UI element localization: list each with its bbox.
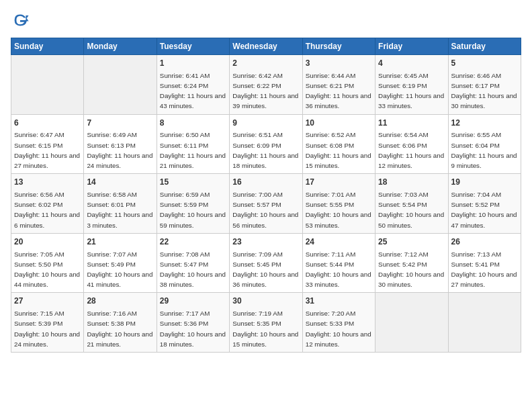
day-number: 23: [232, 236, 299, 248]
calendar-cell: 28Sunrise: 7:16 AMSunset: 5:38 PMDayligh…: [84, 293, 157, 353]
day-info: Sunrise: 7:16 AMSunset: 5:38 PMDaylight:…: [87, 310, 152, 348]
day-info: Sunrise: 6:44 AMSunset: 6:21 PMDaylight:…: [306, 72, 371, 110]
calendar-cell: 1Sunrise: 6:41 AMSunset: 6:24 PMDaylight…: [157, 55, 229, 115]
calendar-cell: 30Sunrise: 7:19 AMSunset: 5:35 PMDayligh…: [230, 293, 302, 353]
day-number: 10: [306, 118, 372, 129]
day-number: 14: [87, 177, 153, 188]
day-info: Sunrise: 7:04 AMSunset: 5:52 PMDaylight:…: [451, 191, 517, 229]
calendar-cell: 2Sunrise: 6:42 AMSunset: 6:22 PMDaylight…: [230, 55, 302, 115]
day-info: Sunrise: 7:07 AMSunset: 5:49 PMDaylight:…: [87, 250, 152, 289]
day-info: Sunrise: 7:12 AMSunset: 5:42 PMDaylight:…: [378, 250, 444, 289]
page-header: [11, 11, 521, 30]
day-info: Sunrise: 7:00 AMSunset: 5:57 PMDaylight:…: [232, 191, 298, 229]
calendar-cell: 3Sunrise: 6:44 AMSunset: 6:21 PMDaylight…: [302, 55, 375, 115]
day-info: Sunrise: 7:13 AMSunset: 5:41 PMDaylight:…: [451, 250, 517, 289]
logo: [11, 11, 32, 30]
calendar-cell: 14Sunrise: 6:58 AMSunset: 6:01 PMDayligh…: [84, 174, 157, 234]
day-number: 4: [378, 58, 445, 69]
calendar-cell: 29Sunrise: 7:17 AMSunset: 5:36 PMDayligh…: [157, 293, 229, 353]
day-number: 22: [160, 236, 226, 248]
day-number: 19: [451, 177, 518, 188]
calendar-cell: [375, 293, 448, 353]
calendar-week-5: 27Sunrise: 7:15 AMSunset: 5:39 PMDayligh…: [11, 293, 521, 353]
day-number: 28: [87, 295, 153, 307]
calendar-cell: 5Sunrise: 6:46 AMSunset: 6:17 PMDaylight…: [448, 55, 521, 115]
calendar-table: SundayMondayTuesdayWednesdayThursdayFrid…: [11, 38, 521, 353]
calendar-cell: [11, 55, 84, 115]
calendar-cell: 25Sunrise: 7:12 AMSunset: 5:42 PMDayligh…: [375, 233, 448, 293]
calendar-cell: 12Sunrise: 6:55 AMSunset: 6:04 PMDayligh…: [448, 114, 521, 174]
calendar-cell: 19Sunrise: 7:04 AMSunset: 5:52 PMDayligh…: [448, 174, 521, 234]
calendar-week-1: 1Sunrise: 6:41 AMSunset: 6:24 PMDaylight…: [11, 55, 521, 115]
calendar-cell: 24Sunrise: 7:11 AMSunset: 5:44 PMDayligh…: [302, 233, 375, 293]
day-number: 2: [232, 58, 299, 69]
day-number: 16: [232, 177, 299, 188]
calendar-cell: 23Sunrise: 7:09 AMSunset: 5:45 PMDayligh…: [230, 233, 302, 293]
day-info: Sunrise: 6:54 AMSunset: 6:06 PMDaylight:…: [378, 131, 444, 169]
day-number: 17: [306, 177, 372, 188]
day-info: Sunrise: 7:20 AMSunset: 5:33 PMDaylight:…: [306, 310, 371, 348]
weekday-monday: Monday: [84, 38, 157, 55]
day-number: 13: [14, 177, 81, 188]
calendar-cell: 4Sunrise: 6:45 AMSunset: 6:19 PMDaylight…: [375, 55, 448, 115]
day-info: Sunrise: 7:19 AMSunset: 5:35 PMDaylight:…: [232, 310, 298, 348]
day-info: Sunrise: 6:59 AMSunset: 5:59 PMDaylight:…: [160, 191, 226, 229]
day-info: Sunrise: 6:50 AMSunset: 6:11 PMDaylight:…: [160, 131, 226, 169]
calendar-cell: 26Sunrise: 7:13 AMSunset: 5:41 PMDayligh…: [448, 233, 521, 293]
calendar-cell: 18Sunrise: 7:03 AMSunset: 5:54 PMDayligh…: [375, 174, 448, 234]
calendar-cell: 17Sunrise: 7:01 AMSunset: 5:55 PMDayligh…: [302, 174, 375, 234]
day-info: Sunrise: 7:01 AMSunset: 5:55 PMDaylight:…: [306, 191, 371, 229]
calendar-cell: 9Sunrise: 6:51 AMSunset: 6:09 PMDaylight…: [230, 114, 302, 174]
calendar-body: 1Sunrise: 6:41 AMSunset: 6:24 PMDaylight…: [11, 55, 521, 353]
day-info: Sunrise: 6:58 AMSunset: 6:01 PMDaylight:…: [87, 191, 152, 229]
calendar-cell: 22Sunrise: 7:08 AMSunset: 5:47 PMDayligh…: [157, 233, 229, 293]
day-info: Sunrise: 6:56 AMSunset: 6:02 PMDaylight:…: [14, 191, 80, 229]
day-info: Sunrise: 6:42 AMSunset: 6:22 PMDaylight:…: [232, 72, 298, 110]
calendar-cell: 8Sunrise: 6:50 AMSunset: 6:11 PMDaylight…: [157, 114, 229, 174]
day-info: Sunrise: 6:45 AMSunset: 6:19 PMDaylight:…: [378, 72, 444, 110]
day-number: 1: [160, 58, 226, 69]
day-info: Sunrise: 7:15 AMSunset: 5:39 PMDaylight:…: [14, 310, 80, 348]
calendar-cell: 27Sunrise: 7:15 AMSunset: 5:39 PMDayligh…: [11, 293, 84, 353]
day-info: Sunrise: 6:55 AMSunset: 6:04 PMDaylight:…: [451, 131, 517, 169]
weekday-header-row: SundayMondayTuesdayWednesdayThursdayFrid…: [11, 38, 521, 55]
calendar-cell: 7Sunrise: 6:49 AMSunset: 6:13 PMDaylight…: [84, 114, 157, 174]
day-number: 11: [378, 118, 445, 129]
calendar-week-4: 20Sunrise: 7:05 AMSunset: 5:50 PMDayligh…: [11, 233, 521, 293]
day-number: 7: [87, 118, 153, 129]
day-number: 6: [14, 118, 81, 129]
day-number: 25: [378, 236, 445, 248]
day-info: Sunrise: 6:51 AMSunset: 6:09 PMDaylight:…: [232, 131, 298, 169]
day-number: 31: [306, 295, 372, 307]
calendar-cell: 21Sunrise: 7:07 AMSunset: 5:49 PMDayligh…: [84, 233, 157, 293]
calendar-cell: 15Sunrise: 6:59 AMSunset: 5:59 PMDayligh…: [157, 174, 229, 234]
day-info: Sunrise: 6:41 AMSunset: 6:24 PMDaylight:…: [160, 72, 226, 110]
calendar-header: SundayMondayTuesdayWednesdayThursdayFrid…: [11, 38, 521, 55]
day-number: 27: [14, 295, 81, 307]
calendar-cell: 20Sunrise: 7:05 AMSunset: 5:50 PMDayligh…: [11, 233, 84, 293]
day-number: 20: [14, 236, 81, 248]
day-info: Sunrise: 7:08 AMSunset: 5:47 PMDaylight:…: [160, 250, 226, 289]
day-info: Sunrise: 6:52 AMSunset: 6:08 PMDaylight:…: [306, 131, 371, 169]
day-number: 3: [306, 58, 372, 69]
day-info: Sunrise: 7:09 AMSunset: 5:45 PMDaylight:…: [232, 250, 298, 289]
day-number: 21: [87, 236, 153, 248]
day-info: Sunrise: 6:47 AMSunset: 6:15 PMDaylight:…: [14, 131, 80, 169]
day-number: 18: [378, 177, 445, 188]
calendar-cell: 31Sunrise: 7:20 AMSunset: 5:33 PMDayligh…: [302, 293, 375, 353]
weekday-thursday: Thursday: [302, 38, 375, 55]
day-info: Sunrise: 7:17 AMSunset: 5:36 PMDaylight:…: [160, 310, 226, 348]
day-info: Sunrise: 6:49 AMSunset: 6:13 PMDaylight:…: [87, 131, 152, 169]
logo-icon: [11, 11, 30, 30]
weekday-saturday: Saturday: [448, 38, 521, 55]
weekday-tuesday: Tuesday: [157, 38, 229, 55]
day-info: Sunrise: 7:05 AMSunset: 5:50 PMDaylight:…: [14, 250, 80, 289]
day-number: 29: [160, 295, 226, 307]
day-number: 12: [451, 118, 518, 129]
calendar-cell: 10Sunrise: 6:52 AMSunset: 6:08 PMDayligh…: [302, 114, 375, 174]
calendar-week-2: 6Sunrise: 6:47 AMSunset: 6:15 PMDaylight…: [11, 114, 521, 174]
day-info: Sunrise: 6:46 AMSunset: 6:17 PMDaylight:…: [451, 72, 517, 110]
weekday-wednesday: Wednesday: [230, 38, 302, 55]
calendar-cell: [84, 55, 157, 115]
weekday-sunday: Sunday: [11, 38, 84, 55]
